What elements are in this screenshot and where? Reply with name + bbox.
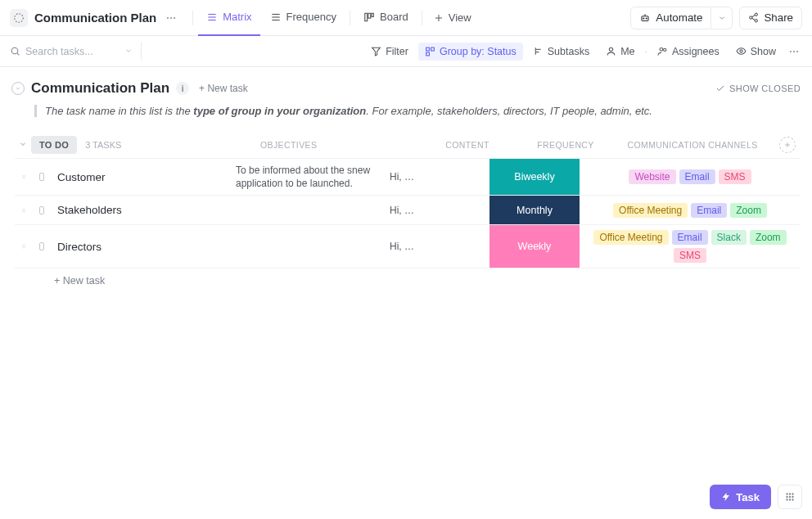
search-icon <box>10 46 20 56</box>
column-objectives[interactable]: OBJECTIVES <box>260 140 414 150</box>
column-frequency[interactable]: FREQUENCY <box>521 140 611 150</box>
info-icon[interactable]: i <box>176 82 189 95</box>
objectives-cell[interactable]: To be informed about the snew applicatio… <box>229 159 383 195</box>
automate-dropdown-button[interactable] <box>711 7 733 29</box>
add-column-button[interactable] <box>779 137 796 153</box>
task-name[interactable]: Customer <box>51 159 229 195</box>
new-task-header-button[interactable]: + New task <box>199 83 248 94</box>
channel-tag[interactable]: Zoom <box>730 203 767 218</box>
show-label: Show <box>751 46 776 57</box>
status-toggle[interactable] <box>33 225 51 268</box>
channels-cell[interactable]: Office MeetingEmailZoom <box>580 196 801 224</box>
channel-tag[interactable]: Email <box>679 169 715 184</box>
tab-board[interactable]: Board <box>355 0 417 36</box>
svg-point-59 <box>789 493 791 494</box>
channel-tag[interactable]: Email <box>672 230 708 245</box>
add-view-button[interactable]: View <box>427 11 478 24</box>
channels-cell[interactable]: WebsiteEmailSMS <box>580 159 801 195</box>
objectives-cell[interactable] <box>229 196 383 224</box>
drag-handle[interactable] <box>15 225 33 268</box>
table-row: Directors Hi , … Weekly Office MeetingEm… <box>15 224 801 269</box>
drag-handle[interactable] <box>15 159 33 195</box>
svg-rect-12 <box>372 13 373 16</box>
tab-frequency[interactable]: Frequency <box>262 0 345 36</box>
share-button[interactable]: Share <box>739 7 802 29</box>
group-by-button[interactable]: Group by: Status <box>418 43 523 61</box>
show-button[interactable]: Show <box>729 43 783 61</box>
column-headers: OBJECTIVES CONTENT FREQUENCY COMMUNICATI… <box>260 140 774 150</box>
task-name[interactable]: Stakeholders <box>51 196 229 224</box>
apps-button[interactable] <box>778 485 802 509</box>
chevron-down-icon[interactable] <box>124 46 133 57</box>
svg-point-3 <box>174 17 175 19</box>
svg-point-60 <box>792 493 793 494</box>
check-icon <box>715 83 725 93</box>
svg-point-36 <box>793 51 795 52</box>
quote-suffix: . For example, stakeholders, directors, … <box>366 105 652 117</box>
filter-button[interactable]: Filter <box>364 43 415 61</box>
channel-tag[interactable]: Slack <box>711 230 747 245</box>
svg-point-46 <box>23 209 24 210</box>
task-name[interactable]: Directors <box>51 225 229 268</box>
svg-point-44 <box>23 178 24 178</box>
content-area: Communication Plan i + New task SHOW CLO… <box>0 67 812 300</box>
channel-tag[interactable]: Website <box>629 169 675 184</box>
add-view-label: View <box>449 11 471 24</box>
column-channels[interactable]: COMMUNICATION CHANNELS <box>611 140 774 150</box>
subtasks-icon <box>533 46 544 56</box>
drag-handle[interactable] <box>15 196 33 224</box>
subtasks-button[interactable]: Subtasks <box>526 43 596 61</box>
board-icon <box>363 11 375 23</box>
svg-point-19 <box>756 13 758 16</box>
assignees-button[interactable]: Assignees <box>651 43 726 61</box>
new-task-fab[interactable]: Task <box>710 485 771 509</box>
svg-point-2 <box>170 17 172 19</box>
svg-point-48 <box>23 210 24 210</box>
svg-point-66 <box>792 499 793 500</box>
page-options-button[interactable] <box>163 10 179 26</box>
show-closed-button[interactable]: SHOW CLOSED <box>715 83 801 93</box>
workspace-icon[interactable] <box>10 9 28 27</box>
channel-tag[interactable]: Office Meeting <box>593 230 668 245</box>
channel-tag[interactable]: Zoom <box>750 230 787 245</box>
svg-point-65 <box>789 499 791 500</box>
collapse-group-button[interactable] <box>19 140 27 150</box>
svg-point-47 <box>25 209 25 210</box>
search-wrap <box>10 46 133 57</box>
column-content[interactable]: CONTENT <box>414 140 521 150</box>
quote-prefix: The task name in this list is the <box>45 105 193 117</box>
svg-point-51 <box>25 211 25 212</box>
automate-button[interactable]: Automate <box>630 7 711 29</box>
channel-tag[interactable]: SMS <box>719 169 751 184</box>
share-icon <box>748 12 759 23</box>
eye-icon <box>736 46 747 56</box>
task-count: 3 TASKS <box>85 140 121 150</box>
channel-tag[interactable]: Office Meeting <box>613 203 688 218</box>
channel-tag[interactable]: Email <box>691 203 727 218</box>
status-group-label[interactable]: TO DO <box>31 136 77 154</box>
svg-point-1 <box>167 17 169 19</box>
toolbar-more-button[interactable] <box>786 43 802 60</box>
status-toggle[interactable] <box>33 159 51 195</box>
content-cell[interactable]: Hi , … <box>383 196 489 224</box>
channel-tag[interactable]: SMS <box>674 248 706 263</box>
frequency-cell[interactable]: Weekly <box>489 225 580 268</box>
svg-line-23 <box>752 18 756 20</box>
tab-matrix[interactable]: Matrix <box>198 0 259 36</box>
content-cell[interactable]: Hi , … <box>383 159 489 195</box>
list-icon <box>206 11 218 23</box>
new-task-footer-button[interactable]: + New task <box>15 269 801 287</box>
collapse-list-button[interactable] <box>11 82 25 95</box>
objectives-cell[interactable] <box>229 225 383 268</box>
search-input[interactable] <box>25 46 120 57</box>
tab-label: Board <box>380 11 408 23</box>
status-toggle[interactable] <box>33 196 51 224</box>
quote-bold: type of group in your organization <box>193 105 366 117</box>
channels-cell[interactable]: Office MeetingEmailSlackZoomSMS <box>580 225 801 268</box>
bolt-icon <box>721 492 731 502</box>
frequency-cell[interactable]: Biweekly <box>489 159 580 195</box>
task-table: TO DO 3 TASKS OBJECTIVES CONTENT FREQUEN… <box>15 132 801 287</box>
me-button[interactable]: Me <box>599 43 641 61</box>
content-cell[interactable]: Hi , … <box>383 225 489 268</box>
frequency-cell[interactable]: Monthly <box>489 196 580 224</box>
